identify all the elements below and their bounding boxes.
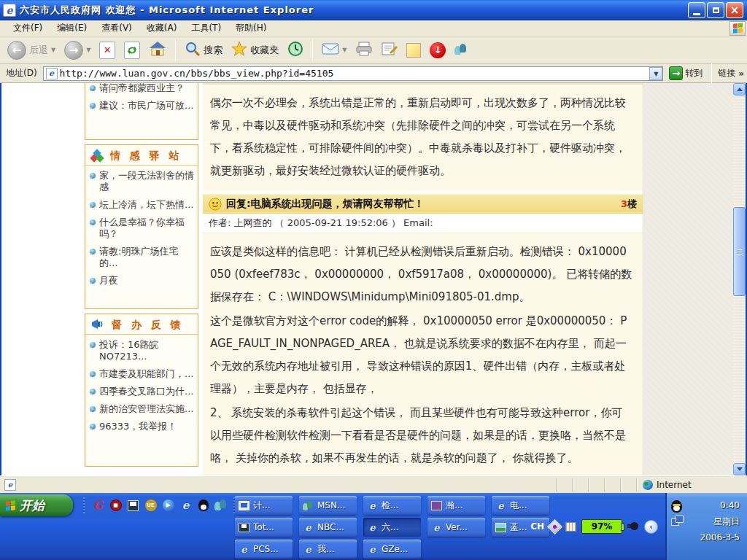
taskbar-window-button-active[interactable]: e 六... [363,518,421,537]
links-label[interactable]: 链接 [718,67,735,79]
scroll-up-button[interactable] [733,83,746,96]
toolbar-divider [175,39,176,61]
messenger-button[interactable] [452,42,470,58]
stop-button[interactable]: ✕ [96,40,118,61]
stop-sign-icon[interactable]: ■ [109,499,122,512]
notes-button[interactable] [403,42,424,59]
history-button[interactable] [285,39,306,61]
edit-button[interactable] [379,40,400,60]
clock-panel[interactable]: 0:40 星期日 2006-3-5 [665,493,747,560]
taskbar-window-button[interactable]: MSN... [299,496,357,515]
sidebar-item[interactable]: 请教:明珠广场住宅的... [85,243,198,272]
taskbar-window-button[interactable]: e Ver... [427,518,485,537]
sidebar-box-feedback: 督 办 反 馈 投诉：16路皖NO7213... 市建委及职能部门，... 四季… [85,314,198,467]
sidebar-item[interactable]: 建议：市民广场可放... [85,97,198,114]
minimize-button[interactable] [688,2,705,18]
sidebar-item[interactable]: 月夜 [85,272,198,289]
webpage: 请问帝都蒙西业主？ 建议：市民广场可放... 情 感 驿 站 [1,83,733,475]
input-method-icon[interactable] [547,518,562,534]
qq-tray-icon[interactable] [671,500,682,513]
tray-collapse-button[interactable]: ‹ [644,520,658,534]
sidebar-item[interactable]: 投诉：16路皖NO7213... [85,336,198,365]
language-indicator[interactable]: CH [530,521,544,532]
forward-button[interactable]: → ▼ [61,39,93,61]
taskbar-window-button[interactable]: e 检... [363,496,421,515]
taskbar-window-button[interactable]: e 我... [299,540,357,559]
close-button[interactable]: × [726,2,743,18]
taskbar-window-button[interactable]: e NBC... [299,518,357,537]
taskbar-window-button[interactable]: e PCS... [235,540,293,559]
keyboard-icon[interactable] [565,522,576,532]
page-icon: e [46,68,58,79]
taskbar-window-button[interactable]: 计... [235,496,293,515]
scroll-down-button[interactable] [733,463,746,475]
home-button[interactable] [146,39,169,61]
taskbar-window-button[interactable]: e GZe... [363,540,421,559]
ie-icon[interactable]: e [179,499,192,512]
restore-button[interactable] [707,2,724,18]
menu-favorites[interactable]: 收藏(A) [139,20,185,36]
vertical-scrollbar[interactable] [733,83,746,475]
favorites-button[interactable]: 收藏夹 [228,39,282,61]
back-arrow-icon: ← [7,41,26,60]
sidebar-item[interactable]: 市建委及职能部门，... [85,365,198,383]
network-tray-icon[interactable] [671,516,683,526]
media-player-icon[interactable]: ▶ [162,499,174,512]
sidebar-item[interactable]: 96333，我举报！ [85,418,198,435]
menu-view[interactable]: 查看(V) [94,20,139,36]
forward-arrow-icon: → [64,41,83,60]
address-dropdown-button[interactable]: ▼ [649,67,662,80]
disk-icon [239,523,249,532]
menu-edit[interactable]: 编辑(E) [50,20,94,36]
ultraedit-icon[interactable]: UE [144,499,157,512]
messenger-icon[interactable] [214,499,227,512]
address-input[interactable] [60,68,650,79]
mail-button[interactable]: ▼ [319,41,349,59]
taskbar-window-button[interactable]: 瀚... [427,496,485,515]
sidebar-item-label: 请问帝都蒙西业主？ [99,83,185,94]
section-title: 情 感 驿 站 [110,149,182,163]
bullet-icon [90,103,96,109]
red-g-icon[interactable]: G [92,499,104,512]
back-button[interactable]: ← 后退 ▼ [4,39,58,61]
status-cell [620,478,636,491]
bullet-icon [90,406,96,412]
status-cell [556,478,572,491]
download-button[interactable]: ↓ [427,41,449,60]
sidebar-item[interactable]: 坛上冷清，坛下热情... [85,196,198,214]
ie-icon: e [431,523,442,532]
print-button[interactable] [352,40,376,60]
taskbar-row: 计... MSN... e 检... 瀚... e 电... [235,496,549,515]
printer-icon [355,42,373,58]
smiley-icon [209,198,222,211]
addressbar: 地址(D) e ▼ → 转到 链接 » [0,64,747,83]
sidebar-item[interactable]: 新的治安管理法实施... [85,400,198,418]
menu-help[interactable]: 帮助(H) [228,20,274,36]
menu-tools[interactable]: 工具(T) [184,20,228,36]
power-plug-icon[interactable] [627,521,639,532]
go-button[interactable]: → 转到 [666,66,705,80]
statusbar: e Internet [0,475,747,493]
quick-launch-handle[interactable] [83,497,85,513]
taskbar-window-button[interactable]: e 电... [492,496,549,515]
sidebar-item[interactable]: 请问帝都蒙西业主？ [85,83,198,97]
links-chevron-icon[interactable]: » [738,69,744,79]
disk-icon[interactable] [127,499,139,512]
windows-flag-icon [6,500,15,510]
sidebar-item[interactable]: 什么是幸福？你幸福吗？ [85,214,198,243]
bullet-icon [90,389,96,394]
clock-date: 2006-3-5 [700,532,740,542]
qq-icon[interactable] [197,499,209,512]
menu-file[interactable]: 文件(F) [6,20,50,36]
refresh-button[interactable] [121,40,143,61]
status-cell [588,478,604,491]
taskbar-window-button[interactable]: Tot... [235,518,293,537]
picture-icon [495,523,506,532]
battery-indicator[interactable]: 97% [581,519,622,534]
scrollbar-thumb[interactable] [733,207,746,296]
search-button[interactable]: 搜索 [182,39,225,61]
taskbar-row: e PCS... e 我... e GZe... [235,540,549,559]
sidebar-item[interactable]: 家，一段无法割舍的情感 [85,167,198,196]
sidebar-item[interactable]: 四季春交叉路口为什... [85,383,198,400]
start-button[interactable]: 开始 [0,494,73,516]
